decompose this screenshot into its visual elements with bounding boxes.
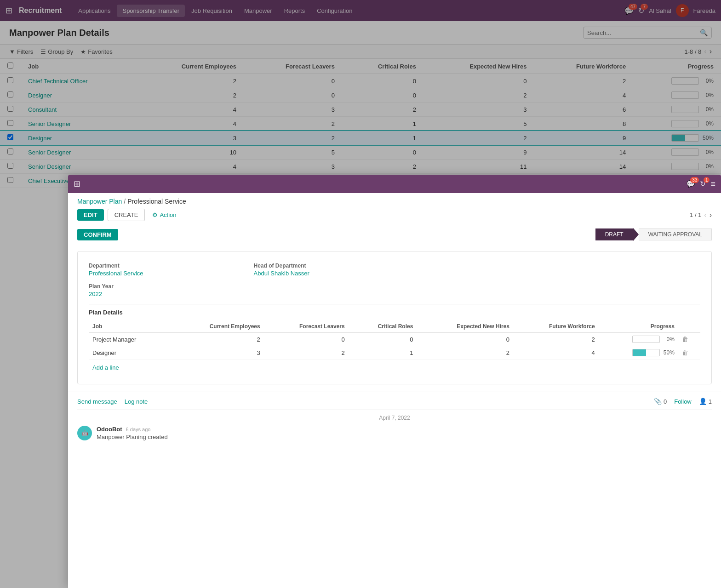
plan-progress-pct: 0%	[663, 336, 675, 343]
head-label: Head of Department	[254, 263, 309, 269]
plan-year-label: Plan Year	[89, 283, 114, 290]
plan-leavers: 2	[264, 346, 349, 360]
chatter-right: 📎 0 Follow 👤 1	[654, 398, 712, 405]
plan-progress-bar	[632, 349, 660, 356]
head-value[interactable]: Abdul Shakib Nasser	[254, 270, 309, 277]
plan-new-hires: 2	[417, 346, 513, 360]
plan-col-leavers: Forecast Leavers	[264, 320, 349, 333]
modal-content: Manpower Plan / Professional Service EDI…	[68, 193, 721, 588]
plan-critical: 1	[349, 346, 417, 360]
plan-col-delete	[678, 320, 700, 333]
plan-details-table: Job Current Employees Forecast Leavers C…	[89, 320, 700, 360]
chatter-actions: Send message Log note 📎 0 Follow 👤 1	[77, 398, 712, 410]
plan-future: 2	[513, 333, 599, 346]
message-time: 6 days ago	[126, 427, 151, 432]
message-body: OdooBot 6 days ago Manpower Planing crea…	[97, 426, 712, 440]
department-field: Department Professional Service	[89, 263, 143, 277]
log-note-button[interactable]: Log note	[125, 398, 148, 405]
plan-leavers: 0	[264, 333, 349, 346]
toolbar-right: 1 / 1 ‹ ›	[690, 211, 712, 219]
modal-chat-badge[interactable]: 💬 33	[687, 180, 695, 188]
department-label: Department	[89, 263, 143, 269]
plan-details-section-title: Plan Details	[89, 304, 700, 316]
modal-activity-count: 1	[704, 177, 710, 183]
breadcrumb-bar: Manpower Plan / Professional Service	[68, 193, 721, 205]
plan-critical: 0	[349, 333, 417, 346]
plan-current: 2	[171, 333, 264, 346]
message-avatar: 🤖	[77, 426, 92, 440]
plan-col-current: Current Employees	[171, 320, 264, 333]
plan-job: Designer	[89, 346, 171, 360]
head-field: Head of Department Abdul Shakib Nasser	[254, 263, 309, 277]
followers-icon: 👤	[699, 398, 707, 405]
department-value[interactable]: Professional Service	[89, 270, 143, 277]
confirm-button[interactable]: CONFIRM	[77, 229, 118, 240]
plan-progress-bar	[632, 336, 660, 343]
plan-progress-pct: 50%	[663, 349, 675, 356]
attachment-icon: 📎	[654, 398, 662, 405]
delete-row-icon[interactable]: 🗑	[682, 349, 688, 356]
follow-button[interactable]: Follow	[674, 398, 692, 405]
plan-progress-cell: 50%	[602, 349, 675, 356]
modal-activity-badge[interactable]: ↻ 1	[700, 180, 706, 188]
modal-topbar: ⊞ 💬 33 ↻ 1 ≡	[68, 175, 721, 193]
message-text: Manpower Planing created	[97, 434, 712, 440]
chatter-area: Send message Log note 📎 0 Follow 👤 1 Apr…	[68, 392, 721, 451]
plan-year-field: Plan Year 2022	[89, 283, 114, 297]
plan-col-new-hires: Expected New Hires	[417, 320, 513, 333]
breadcrumb-current: Professional Service	[127, 198, 186, 205]
create-button[interactable]: CREATE	[108, 209, 145, 221]
status-draft[interactable]: DRAFT	[595, 228, 633, 240]
plan-table-row[interactable]: Project Manager 2 0 0 0 2 0% 🗑	[89, 333, 700, 346]
modal-next-button[interactable]: ›	[710, 211, 712, 219]
date-divider: April 7, 2022	[77, 415, 712, 421]
action-gear-icon: ⚙	[152, 211, 158, 218]
followers-meta: 👤 1	[699, 398, 712, 405]
plan-new-hires: 0	[417, 333, 513, 346]
plan-col-critical: Critical Roles	[349, 320, 417, 333]
message-header: OdooBot 6 days ago	[97, 426, 712, 433]
breadcrumb: Manpower Plan / Professional Service	[77, 198, 712, 205]
breadcrumb-parent[interactable]: Manpower Plan	[77, 198, 122, 205]
plan-col-future: Future Workforce	[513, 320, 599, 333]
breadcrumb-separator: /	[124, 198, 126, 205]
action-button[interactable]: ⚙ Action	[152, 211, 176, 218]
status-pipeline: DRAFT WAITING APPROVAL	[595, 228, 712, 241]
plan-col-job: Job	[89, 320, 171, 333]
modal-menu-icon[interactable]: ≡	[710, 179, 715, 189]
status-waiting-approval[interactable]: WAITING APPROVAL	[639, 228, 712, 240]
plan-year-value: 2022	[89, 291, 114, 297]
plan-progress-cell: 0%	[602, 336, 675, 343]
message-sender: OdooBot	[97, 426, 122, 433]
modal-prev-button[interactable]: ‹	[704, 211, 706, 219]
modal-grid-icon[interactable]: ⊞	[74, 179, 80, 189]
modal-panel: ⊞ 💬 33 ↻ 1 ≡ Manpower Plan / Professiona…	[68, 175, 721, 588]
plan-current: 3	[171, 346, 264, 360]
form-area: Department Professional Service Head of …	[77, 251, 712, 384]
form-row-year: Plan Year 2022	[89, 283, 700, 297]
plan-future: 4	[513, 346, 599, 360]
modal-toolbar: EDIT CREATE ⚙ Action 1 / 1 ‹ ›	[68, 205, 721, 225]
edit-button[interactable]: EDIT	[77, 209, 104, 221]
add-line-link[interactable]: Add a line	[89, 362, 123, 373]
form-row-dept: Department Professional Service Head of …	[89, 263, 700, 277]
delete-row-icon[interactable]: 🗑	[682, 336, 688, 343]
modal-chat-count: 33	[690, 177, 699, 183]
plan-job: Project Manager	[89, 333, 171, 346]
message-item: 🤖 OdooBot 6 days ago Manpower Planing cr…	[77, 426, 712, 440]
plan-col-progress: Progress	[599, 320, 678, 333]
attachments-meta: 📎 0	[654, 398, 667, 405]
send-message-button[interactable]: Send message	[77, 398, 117, 405]
plan-table-row[interactable]: Designer 3 2 1 2 4 50% 🗑	[89, 346, 700, 360]
status-bar: CONFIRM DRAFT WAITING APPROVAL	[68, 225, 721, 244]
status-arrow	[633, 228, 639, 241]
